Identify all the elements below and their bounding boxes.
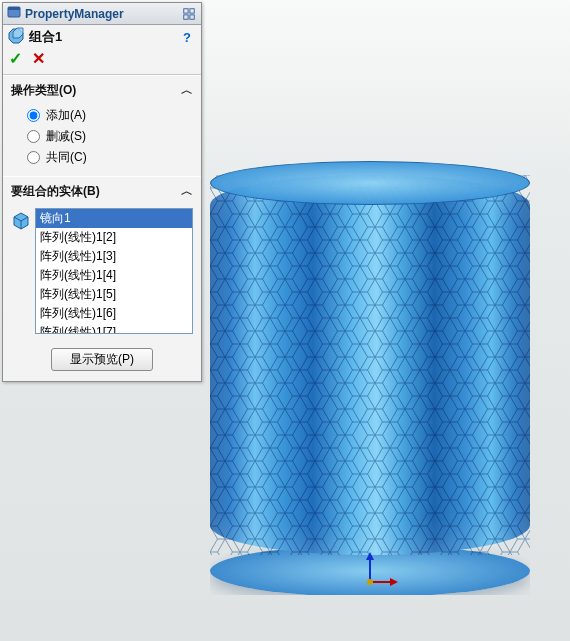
operation-type-title: 操作类型(O) <box>11 82 76 99</box>
chevron-up-icon: ︿ <box>181 183 193 200</box>
ok-button[interactable]: ✓ <box>9 49 22 68</box>
property-manager-panel: PropertyManager 组合1 ? ✓ ✕ 操作类型(O) ︿ 添加(A… <box>2 2 202 382</box>
pin-panel-button[interactable] <box>181 6 197 22</box>
bodies-section: 要组合的实体(B) ︿ 镜向1阵列(线性)1[2]阵列(线性)1[3]阵列(线性… <box>3 176 201 381</box>
origin-triad-icon <box>360 552 400 592</box>
svg-marker-7 <box>390 578 398 586</box>
operation-subtract-radio[interactable] <box>27 130 40 143</box>
svg-point-8 <box>367 579 373 585</box>
combine-feature-icon <box>7 27 25 48</box>
chevron-up-icon: ︿ <box>181 82 193 99</box>
operation-common-label: 共同(C) <box>46 149 87 166</box>
panel-title: PropertyManager <box>25 7 124 21</box>
operation-type-header[interactable]: 操作类型(O) ︿ <box>3 76 201 103</box>
svg-rect-13 <box>184 14 188 18</box>
svg-rect-2 <box>210 175 530 555</box>
list-item[interactable]: 阵列(线性)1[7] <box>36 323 192 334</box>
svg-rect-11 <box>184 8 188 12</box>
svg-rect-3 <box>210 175 530 555</box>
list-item[interactable]: 阵列(线性)1[2] <box>36 228 192 247</box>
cancel-button[interactable]: ✕ <box>32 49 45 68</box>
list-item[interactable]: 阵列(线性)1[5] <box>36 285 192 304</box>
bodies-title: 要组合的实体(B) <box>11 183 100 200</box>
svg-marker-5 <box>366 552 374 560</box>
operation-common-radio[interactable] <box>27 151 40 164</box>
svg-rect-10 <box>8 7 20 10</box>
operation-add-label: 添加(A) <box>46 107 86 124</box>
panel-header: PropertyManager <box>3 3 201 25</box>
show-preview-button[interactable]: 显示预览(P) <box>51 348 153 371</box>
operation-subtract-option[interactable]: 删减(S) <box>27 126 193 147</box>
panel-caption-icon <box>7 5 21 22</box>
operation-add-option[interactable]: 添加(A) <box>27 105 193 126</box>
operation-type-section: 操作类型(O) ︿ 添加(A) 删减(S) 共同(C) <box>3 75 201 176</box>
bodies-header[interactable]: 要组合的实体(B) ︿ <box>3 177 201 204</box>
svg-rect-14 <box>190 14 194 18</box>
confirm-bar: ✓ ✕ <box>3 47 201 75</box>
svg-rect-12 <box>190 8 194 12</box>
operation-common-option[interactable]: 共同(C) <box>27 147 193 168</box>
feature-name: 组合1 <box>29 28 62 46</box>
list-item[interactable]: 阵列(线性)1[6] <box>36 304 192 323</box>
feature-title-row: 组合1 ? <box>3 25 201 47</box>
list-item[interactable]: 阵列(线性)1[3] <box>36 247 192 266</box>
list-item[interactable]: 镜向1 <box>36 209 192 228</box>
bodies-listbox[interactable]: 镜向1阵列(线性)1[2]阵列(线性)1[3]阵列(线性)1[4]阵列(线性)1… <box>35 208 193 334</box>
model-preview <box>210 145 530 595</box>
operation-subtract-label: 删减(S) <box>46 128 86 145</box>
help-icon[interactable]: ? <box>179 30 195 45</box>
list-item[interactable]: 阵列(线性)1[4] <box>36 266 192 285</box>
operation-add-radio[interactable] <box>27 109 40 122</box>
solid-body-icon <box>11 210 31 230</box>
